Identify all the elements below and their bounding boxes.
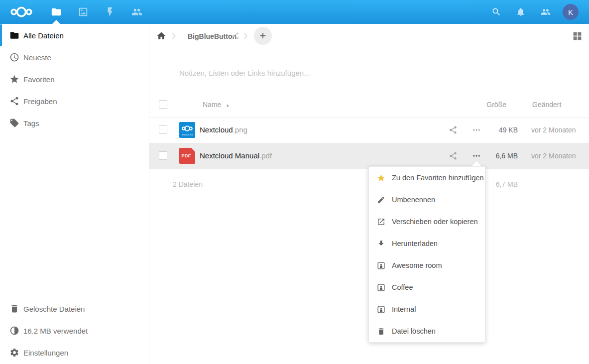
breadcrumb-share-icon[interactable] bbox=[232, 32, 239, 40]
summary-file-count: 2 Dateien bbox=[173, 169, 203, 200]
file-size: 6,6 MB bbox=[496, 143, 518, 169]
app-tab-activity[interactable] bbox=[99, 0, 121, 24]
context-menu-arrow bbox=[471, 161, 481, 166]
quota-icon bbox=[9, 326, 19, 336]
row-checkbox[interactable] bbox=[159, 125, 167, 134]
grid-view-icon[interactable] bbox=[572, 31, 583, 41]
app-tab-contacts[interactable] bbox=[126, 0, 148, 24]
pdf-file-icon: PDF bbox=[179, 148, 195, 164]
files-folder-icon bbox=[51, 6, 62, 17]
file-modified: vor 2 Monaten bbox=[531, 117, 576, 143]
search-icon[interactable] bbox=[491, 7, 501, 17]
menu-item-download[interactable]: Herunterladen bbox=[369, 233, 485, 254]
app-tab-photos[interactable] bbox=[72, 0, 94, 24]
file-name[interactable]: Nextcloud.png bbox=[200, 117, 247, 143]
file-extension: .pdf bbox=[259, 151, 272, 160]
column-header-modified[interactable]: Geändert bbox=[532, 92, 561, 117]
summary-total-size: 6,7 MB bbox=[496, 169, 518, 200]
menu-item-label: Awesome room bbox=[392, 261, 442, 269]
home-icon[interactable] bbox=[156, 31, 166, 41]
file-name[interactable]: Nextcloud Manual.pdf bbox=[200, 143, 272, 169]
menu-item-coffee-room[interactable]: Coffee bbox=[369, 276, 485, 298]
contacts-menu-icon[interactable] bbox=[541, 7, 551, 17]
notifications-bell-icon[interactable] bbox=[516, 7, 526, 17]
menu-item-move-or-copy[interactable]: Verschieben oder kopieren bbox=[369, 211, 485, 233]
row-share-icon[interactable] bbox=[449, 125, 458, 134]
sidebar-item-quota[interactable]: 16.2 MB verwendet bbox=[0, 320, 149, 342]
active-app-notch bbox=[52, 20, 60, 24]
download-icon bbox=[377, 240, 385, 248]
column-header-size[interactable]: Größe bbox=[486, 92, 506, 117]
menu-item-label: Herunterladen bbox=[392, 240, 438, 247]
menu-item-awesome-room[interactable]: Awesome room bbox=[369, 254, 485, 276]
file-actions-context-menu: Zu den Favoriten hinzufügen Umbenennen V… bbox=[368, 166, 485, 343]
menu-item-internal-room[interactable]: Internal bbox=[369, 298, 485, 320]
menu-item-add-to-favorites[interactable]: Zu den Favoriten hinzufügen bbox=[369, 167, 485, 189]
file-row-nextcloud-png[interactable]: Nextcloud Hub Nextcloud.png 49 KB vor 2 … bbox=[149, 117, 589, 143]
sidebar-item-label: Tags bbox=[23, 119, 39, 127]
sidebar-item-shares[interactable]: Freigaben bbox=[0, 90, 149, 112]
file-size: 49 KB bbox=[499, 117, 518, 143]
file-row-nextcloud-manual-pdf[interactable]: PDF Nextcloud Manual.pdf 6,6 MB vor 2 Mo… bbox=[149, 143, 589, 169]
sidebar-item-label: Favoriten bbox=[23, 75, 55, 84]
select-all-checkbox[interactable] bbox=[159, 100, 167, 109]
sidebar-nav: Alle Dateien Neueste Favoriten Freigaben bbox=[0, 24, 149, 134]
trash-icon bbox=[9, 304, 19, 314]
contacts-icon bbox=[131, 6, 142, 17]
menu-item-label: Datei löschen bbox=[392, 327, 436, 335]
room-icon bbox=[377, 261, 385, 270]
breadcrumb-current-folder[interactable]: BigBlueButton bbox=[188, 32, 236, 40]
pdf-label: PDF bbox=[182, 153, 191, 158]
sidebar-item-all-files[interactable]: Alle Dateien bbox=[0, 24, 149, 46]
sidebar-item-recent[interactable]: Neueste bbox=[0, 46, 149, 68]
sidebar-item-label: Alle Dateien bbox=[23, 31, 64, 40]
row-actions-menu-icon[interactable] bbox=[472, 125, 481, 134]
nextcloud-image-thumbnail: Nextcloud Hub bbox=[179, 122, 195, 138]
menu-item-delete-file[interactable]: Datei löschen bbox=[369, 320, 485, 342]
settings-gear-icon bbox=[9, 348, 19, 358]
share-icon bbox=[9, 96, 19, 106]
sidebar-item-favorites[interactable]: Favoriten bbox=[0, 68, 149, 90]
column-header-name[interactable]: Name bbox=[203, 92, 230, 119]
sidebar-item-label: Freigaben bbox=[23, 97, 57, 106]
sidebar-item-label: Gelöschte Dateien bbox=[23, 305, 85, 313]
top-bar: K bbox=[0, 0, 589, 24]
notes-input[interactable]: Notizen, Listen oder Links hinzufügen... bbox=[179, 69, 310, 77]
photos-icon bbox=[78, 6, 89, 17]
room-icon bbox=[377, 305, 385, 314]
sidebar-item-tags[interactable]: Tags bbox=[0, 112, 149, 134]
menu-item-label: Internal bbox=[392, 305, 416, 313]
user-avatar[interactable]: K bbox=[563, 4, 579, 20]
clock-icon bbox=[9, 52, 19, 62]
chevron-right-icon bbox=[240, 31, 250, 41]
nextcloud-files-app: K Alle Dateien Neueste Favoriten bbox=[0, 0, 589, 364]
sidebar-item-label: Neueste bbox=[23, 53, 51, 62]
chevron-right-icon bbox=[169, 31, 179, 41]
menu-item-rename[interactable]: Umbenennen bbox=[369, 189, 485, 211]
star-icon bbox=[9, 74, 19, 84]
new-file-button[interactable]: + bbox=[254, 27, 272, 45]
folder-icon bbox=[9, 30, 19, 40]
row-actions-menu-icon[interactable] bbox=[472, 151, 481, 160]
pencil-icon bbox=[377, 196, 385, 204]
sidebar-item-label: 16.2 MB verwendet bbox=[23, 327, 88, 335]
sidebar-item-deleted-files[interactable]: Gelöschte Dateien bbox=[0, 298, 149, 320]
sidebar-item-label: Einstellungen bbox=[23, 349, 68, 357]
activity-lightning-icon bbox=[105, 6, 116, 17]
file-modified: vor 2 Monaten bbox=[531, 143, 576, 169]
tag-icon bbox=[9, 118, 19, 128]
sidebar-footer: Gelöschte Dateien 16.2 MB verwendet Eins… bbox=[0, 298, 149, 364]
row-checkbox[interactable] bbox=[159, 151, 167, 160]
file-extension: .png bbox=[233, 125, 247, 134]
move-copy-icon bbox=[377, 218, 385, 226]
room-icon bbox=[377, 283, 385, 292]
sidebar-item-settings[interactable]: Einstellungen bbox=[0, 342, 149, 364]
menu-item-label: Verschieben oder kopieren bbox=[392, 218, 478, 226]
sidebar: Alle Dateien Neueste Favoriten Freigaben bbox=[0, 24, 149, 364]
nextcloud-logo[interactable] bbox=[6, 5, 37, 19]
trash-icon bbox=[377, 327, 385, 336]
avatar-letter: K bbox=[568, 8, 573, 16]
row-share-icon[interactable] bbox=[449, 151, 458, 160]
menu-item-label: Coffee bbox=[392, 283, 413, 291]
menu-item-label: Umbenennen bbox=[392, 196, 435, 204]
